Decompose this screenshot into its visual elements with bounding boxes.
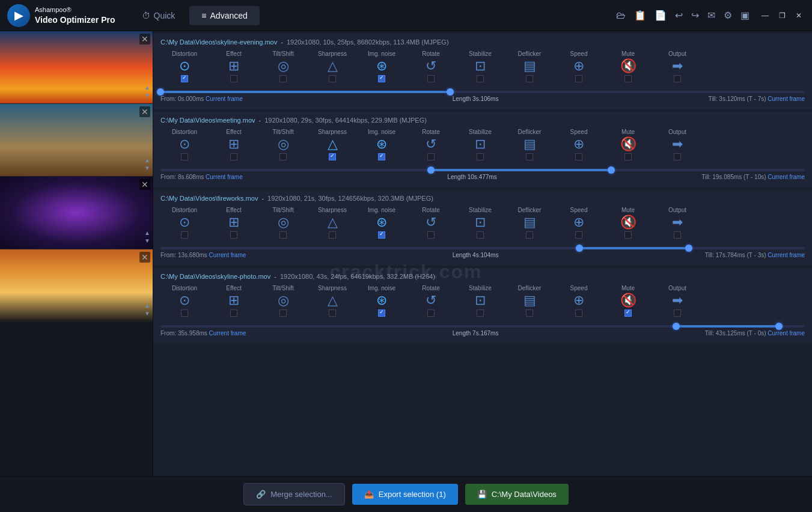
open-folder-icon[interactable]: 🗁 (616, 10, 626, 21)
clipboard-icon[interactable]: 📋 (634, 10, 646, 21)
current-frame-till-3[interactable]: Current frame (768, 330, 805, 337)
ctrl-icon-1-3[interactable]: △ (328, 138, 338, 151)
slider-thumb-to-0[interactable] (447, 88, 454, 96)
current-frame-from-3[interactable]: Current frame (209, 330, 246, 337)
ctrl-icon-3-2[interactable]: ◎ (278, 294, 289, 307)
sidebar-item-0[interactable]: ✕ ▲ ▼ (0, 31, 153, 104)
ctrl-checkbox-3-5[interactable] (427, 309, 435, 317)
ctrl-icon-2-1[interactable]: ⊞ (228, 216, 239, 229)
ctrl-checkbox-2-9[interactable] (624, 231, 632, 239)
ctrl-icon-3-0[interactable]: ⊙ (179, 294, 190, 307)
slider-track-3[interactable] (160, 325, 805, 328)
ctrl-icon-0-5[interactable]: ↺ (426, 59, 436, 73)
ctrl-icon-0-0[interactable]: ⊙ (179, 59, 190, 73)
ctrl-checkbox-2-2[interactable] (279, 231, 287, 239)
ctrl-checkbox-0-6[interactable] (477, 75, 484, 82)
ctrl-icon-2-9[interactable]: 🔇 (620, 216, 636, 229)
ctrl-checkbox-2-8[interactable] (575, 231, 582, 239)
undo-icon[interactable]: ↩ (675, 10, 683, 21)
ctrl-checkbox-0-7[interactable] (526, 75, 533, 82)
ctrl-icon-3-3[interactable]: △ (328, 294, 338, 307)
ctrl-checkbox-0-9[interactable] (624, 75, 632, 82)
ctrl-checkbox-2-3[interactable] (329, 231, 336, 239)
ctrl-checkbox-1-8[interactable] (575, 153, 582, 160)
ctrl-checkbox-3-3[interactable] (329, 309, 336, 317)
slider-thumb-from-2[interactable] (576, 245, 583, 252)
sidebar-close-3[interactable]: ✕ (139, 252, 150, 263)
ctrl-icon-2-8[interactable]: ⊕ (573, 216, 584, 229)
current-frame-till-2[interactable]: Current frame (768, 252, 805, 258)
ctrl-icon-0-6[interactable]: ⊡ (475, 59, 486, 73)
ctrl-icon-2-4[interactable]: ⊛ (376, 216, 387, 229)
ctrl-checkbox-2-6[interactable] (477, 231, 484, 239)
ctrl-checkbox-3-8[interactable] (575, 309, 582, 317)
ctrl-icon-2-7[interactable]: ▤ (524, 216, 536, 229)
slider-track-2[interactable] (160, 247, 805, 249)
ctrl-icon-1-4[interactable]: ⊛ (376, 138, 387, 151)
ctrl-icon-0-7[interactable]: ▤ (524, 59, 536, 73)
ctrl-checkbox-1-3[interactable] (329, 153, 336, 160)
current-frame-from-2[interactable]: Current frame (209, 252, 246, 258)
ctrl-icon-1-1[interactable]: ⊞ (228, 138, 239, 151)
ctrl-icon-3-7[interactable]: ▤ (524, 294, 536, 307)
ctrl-icon-3-1[interactable]: ⊞ (228, 294, 239, 307)
tab-advanced[interactable]: ≡ Advanced (189, 6, 259, 25)
sidebar-close-1[interactable]: ✕ (139, 106, 150, 117)
current-frame-from-0[interactable]: Current frame (206, 96, 243, 102)
ctrl-icon-0-1[interactable]: ⊞ (228, 59, 239, 73)
slider-thumb-from-0[interactable] (157, 88, 164, 96)
display-icon[interactable]: ▣ (740, 10, 749, 21)
ctrl-checkbox-1-1[interactable] (230, 153, 237, 160)
export-selection-button[interactable]: 📤 Export selection (1) (352, 484, 458, 505)
ctrl-icon-1-9[interactable]: 🔇 (620, 138, 636, 151)
minimize-button[interactable]: — (759, 10, 771, 22)
ctrl-checkbox-2-1[interactable] (230, 231, 237, 239)
sidebar-item-1[interactable]: ✕ ▲ ▼ (0, 104, 153, 177)
ctrl-checkbox-2-4[interactable] (378, 231, 385, 239)
slider-track-1[interactable] (160, 169, 805, 171)
ctrl-icon-0-10[interactable]: ➡ (672, 59, 683, 73)
ctrl-checkbox-3-2[interactable] (279, 309, 287, 317)
ctrl-icon-3-4[interactable]: ⊛ (376, 294, 387, 307)
ctrl-checkbox-3-0[interactable] (181, 309, 188, 317)
ctrl-checkbox-1-9[interactable] (624, 153, 632, 160)
ctrl-checkbox-0-8[interactable] (575, 75, 582, 82)
sidebar-down-2[interactable]: ▼ (144, 237, 150, 244)
ctrl-icon-1-2[interactable]: ◎ (278, 138, 289, 151)
ctrl-checkbox-1-4[interactable] (378, 153, 385, 160)
ctrl-checkbox-1-10[interactable] (674, 153, 681, 160)
ctrl-icon-2-0[interactable]: ⊙ (179, 216, 190, 229)
ctrl-icon-2-6[interactable]: ⊡ (475, 216, 486, 229)
slider-thumb-to-2[interactable] (685, 245, 692, 252)
sidebar-up-1[interactable]: ▲ (144, 157, 150, 163)
sidebar-up-2[interactable]: ▲ (144, 230, 150, 236)
redo-icon[interactable]: ↪ (691, 10, 699, 21)
sidebar-down-1[interactable]: ▼ (144, 165, 150, 171)
ctrl-checkbox-2-0[interactable] (181, 231, 188, 239)
tab-quick[interactable]: ⏱ Quick (130, 6, 188, 25)
close-button[interactable]: ✕ (793, 10, 805, 22)
current-frame-till-0[interactable]: Current frame (768, 96, 805, 102)
slider-track-0[interactable] (160, 91, 805, 93)
ctrl-checkbox-2-7[interactable] (526, 231, 533, 239)
ctrl-icon-2-5[interactable]: ↺ (426, 216, 436, 229)
restore-button[interactable]: ❐ (776, 10, 788, 22)
current-frame-till-1[interactable]: Current frame (768, 174, 805, 180)
folder-button[interactable]: 💾 C:\My Data\Videos (465, 484, 569, 505)
ctrl-checkbox-3-10[interactable] (674, 309, 681, 317)
ctrl-checkbox-3-9[interactable] (624, 309, 632, 317)
ctrl-icon-3-9[interactable]: 🔇 (620, 294, 636, 307)
ctrl-icon-2-10[interactable]: ➡ (672, 216, 683, 229)
ctrl-checkbox-0-4[interactable] (378, 75, 385, 82)
sidebar-item-2[interactable]: ✕ ▲ ▼ (0, 177, 153, 249)
ctrl-checkbox-1-7[interactable] (526, 153, 533, 160)
ctrl-checkbox-0-5[interactable] (427, 75, 435, 82)
ctrl-checkbox-3-7[interactable] (526, 309, 533, 317)
ctrl-checkbox-0-1[interactable] (230, 75, 237, 82)
ctrl-checkbox-3-6[interactable] (477, 309, 484, 317)
ctrl-checkbox-0-3[interactable] (329, 75, 336, 82)
sidebar-close-0[interactable]: ✕ (139, 34, 150, 44)
ctrl-icon-1-10[interactable]: ➡ (672, 138, 683, 151)
ctrl-checkbox-2-10[interactable] (674, 231, 681, 239)
slider-thumb-to-3[interactable] (775, 323, 783, 330)
